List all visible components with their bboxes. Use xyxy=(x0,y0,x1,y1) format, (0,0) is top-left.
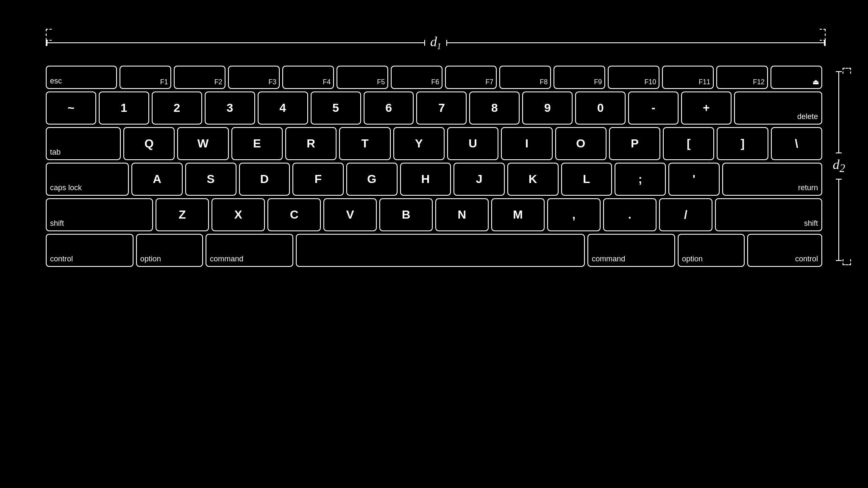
key-p[interactable]: P xyxy=(609,127,660,160)
key-shift-left[interactable]: shift xyxy=(46,198,153,231)
key-r[interactable]: R xyxy=(285,127,337,160)
d1-line-right xyxy=(446,42,825,43)
dimension-d2: d2 xyxy=(833,71,845,261)
d2-line-bottom xyxy=(838,179,839,261)
key-command-right[interactable]: command xyxy=(587,234,675,267)
d1-bracket-left xyxy=(46,29,52,41)
key-5[interactable]: 5 xyxy=(311,92,361,125)
key-f1[interactable]: F1 xyxy=(120,66,171,89)
key-comma[interactable]: , xyxy=(547,198,601,231)
scene: d1 d2 esc F1 F2 F3 F4 F5 F6 F7 F8 xyxy=(0,0,868,488)
key-z[interactable]: Z xyxy=(156,198,209,231)
key-f6[interactable]: F6 xyxy=(391,66,442,89)
num-row: ~ 1 2 3 4 5 6 7 8 9 0 - + delete xyxy=(46,92,822,125)
key-f[interactable]: F xyxy=(292,163,344,196)
key-delete[interactable]: delete xyxy=(734,92,822,125)
key-shift-right[interactable]: shift xyxy=(715,198,822,231)
key-space[interactable] xyxy=(296,234,585,267)
dimension-d1: d1 xyxy=(46,34,826,51)
key-o[interactable]: O xyxy=(555,127,606,160)
key-esc[interactable]: esc xyxy=(46,66,117,89)
key-control-left[interactable]: control xyxy=(46,234,134,267)
key-d[interactable]: D xyxy=(239,163,290,196)
d1-bracket-right xyxy=(820,29,826,41)
key-v[interactable]: V xyxy=(323,198,377,231)
d2-bracket-top xyxy=(843,68,851,74)
key-8[interactable]: 8 xyxy=(469,92,520,125)
qwerty-row: tab Q W E R T Y U I O P [ ] \ xyxy=(46,127,822,160)
key-f9[interactable]: F9 xyxy=(554,66,605,89)
key-option-right[interactable]: option xyxy=(678,234,745,267)
d2-bracket-bottom xyxy=(843,259,851,265)
key-f8[interactable]: F8 xyxy=(499,66,551,89)
key-h[interactable]: H xyxy=(400,163,451,196)
keyboard: esc F1 F2 F3 F4 F5 F6 F7 F8 F9 F10 F11 F… xyxy=(46,66,822,267)
key-j[interactable]: J xyxy=(453,163,505,196)
key-tilde[interactable]: ~ xyxy=(46,92,96,125)
key-w[interactable]: W xyxy=(177,127,228,160)
d2-label: d2 xyxy=(833,153,845,178)
key-command-left[interactable]: command xyxy=(206,234,293,267)
key-3[interactable]: 3 xyxy=(205,92,255,125)
key-bracket-right[interactable]: ] xyxy=(717,127,768,160)
key-semicolon[interactable]: ; xyxy=(615,163,666,196)
key-g[interactable]: G xyxy=(346,163,398,196)
key-minus[interactable]: - xyxy=(628,92,679,125)
key-option-left[interactable]: option xyxy=(136,234,203,267)
key-tab[interactable]: tab xyxy=(46,127,121,160)
key-2[interactable]: 2 xyxy=(152,92,202,125)
key-7[interactable]: 7 xyxy=(416,92,467,125)
key-c[interactable]: C xyxy=(267,198,321,231)
key-f2[interactable]: F2 xyxy=(174,66,225,89)
key-s[interactable]: S xyxy=(185,163,236,196)
key-u[interactable]: U xyxy=(447,127,498,160)
key-6[interactable]: 6 xyxy=(364,92,414,125)
key-slash[interactable]: / xyxy=(659,198,712,231)
key-9[interactable]: 9 xyxy=(522,92,573,125)
key-capslock[interactable]: caps lock xyxy=(46,163,129,196)
key-e[interactable]: E xyxy=(231,127,283,160)
key-plus[interactable]: + xyxy=(681,92,732,125)
key-n[interactable]: N xyxy=(435,198,489,231)
d1-label: d1 xyxy=(425,34,446,51)
key-i[interactable]: I xyxy=(501,127,552,160)
key-t[interactable]: T xyxy=(339,127,390,160)
key-bracket-left[interactable]: [ xyxy=(663,127,714,160)
key-f3[interactable]: F3 xyxy=(228,66,280,89)
key-f12[interactable]: F12 xyxy=(716,66,768,89)
key-l[interactable]: L xyxy=(561,163,612,196)
key-period[interactable]: . xyxy=(603,198,657,231)
key-f11[interactable]: F11 xyxy=(662,66,714,89)
key-backslash[interactable]: \ xyxy=(771,127,822,160)
key-b[interactable]: B xyxy=(379,198,433,231)
key-4[interactable]: 4 xyxy=(258,92,308,125)
key-f5[interactable]: F5 xyxy=(337,66,388,89)
key-q[interactable]: Q xyxy=(123,127,175,160)
key-f10[interactable]: F10 xyxy=(608,66,659,89)
key-f4[interactable]: F4 xyxy=(282,66,334,89)
d2-line-top xyxy=(838,71,839,153)
key-x[interactable]: X xyxy=(211,198,265,231)
key-quote[interactable]: ' xyxy=(668,163,720,196)
fn-row: esc F1 F2 F3 F4 F5 F6 F7 F8 F9 F10 F11 F… xyxy=(46,66,822,89)
key-control-right[interactable]: control xyxy=(747,234,822,267)
key-k[interactable]: K xyxy=(507,163,559,196)
key-f7[interactable]: F7 xyxy=(445,66,497,89)
key-return[interactable]: return xyxy=(722,163,822,196)
asdf-row: caps lock A S D F G H J K L ; ' return xyxy=(46,163,822,196)
key-eject[interactable]: ⏏ xyxy=(771,66,822,89)
bottom-row: control option command command option co… xyxy=(46,234,822,267)
key-m[interactable]: M xyxy=(491,198,545,231)
d1-line xyxy=(47,42,425,43)
key-1[interactable]: 1 xyxy=(99,92,149,125)
key-a[interactable]: A xyxy=(131,163,183,196)
key-0[interactable]: 0 xyxy=(575,92,626,125)
zxcv-row: shift Z X C V B N M , . / shift xyxy=(46,198,822,231)
key-y[interactable]: Y xyxy=(393,127,445,160)
